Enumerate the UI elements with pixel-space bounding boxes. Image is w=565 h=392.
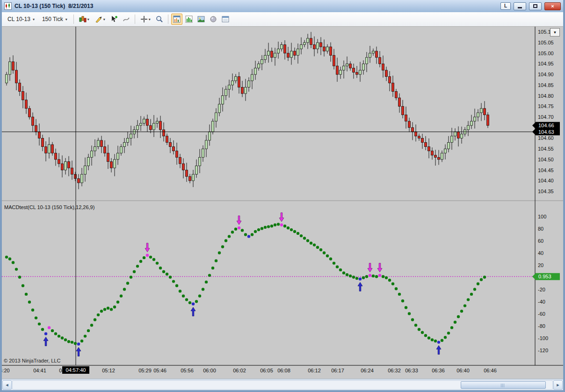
chart-panel-button[interactable] (171, 14, 182, 25)
chart-panel-icon (173, 15, 181, 23)
layout-button[interactable] (220, 14, 231, 25)
svg-text:-20: -20 (538, 287, 545, 292)
svg-text:20: 20 (538, 262, 543, 268)
svg-text:06:02: 06:02 (233, 368, 246, 373)
crosshair-icon (140, 15, 148, 23)
horizontal-scrollbar[interactable]: ◄ ► (2, 379, 563, 390)
svg-text:06:05: 06:05 (260, 368, 273, 373)
sell-arrow-icon (145, 243, 150, 252)
chevron-down-icon: ▾ (65, 17, 67, 22)
close-button[interactable]: × (544, 2, 561, 10)
scrollbar-grip-icon (501, 384, 505, 387)
svg-text:04:57:40: 04:57:40 (66, 367, 86, 373)
app-icon (4, 2, 12, 10)
buy-arrow-icon (358, 282, 362, 291)
svg-text:104.35: 104.35 (538, 189, 554, 194)
scrollbar-thumb[interactable] (461, 381, 546, 389)
pointer-plus-icon (110, 15, 118, 23)
toolbar: CL 10-13 ▾ 150 Tick ▾ ▾ ▾ (2, 12, 563, 27)
sell-arrow-icon (237, 216, 241, 225)
candlestick-series (6, 32, 489, 189)
svg-text:06:08: 06:08 (277, 368, 290, 373)
indicator-label: MACDtest(CL 10-13 (150 Tick),12,26,9) (4, 204, 94, 210)
svg-text:104.45: 104.45 (538, 167, 554, 173)
buy-arrow-icon (43, 337, 48, 346)
crosshair-mode-button[interactable]: ▾ (138, 14, 153, 25)
svg-text:105.05: 105.05 (538, 40, 554, 45)
pointer-mode-button[interactable] (109, 14, 120, 25)
chart-style-icon (79, 15, 87, 23)
instrument-selector[interactable]: CL 10-13 ▾ (4, 15, 38, 24)
buy-arrow-icon (436, 346, 441, 355)
sell-arrow-icon (368, 263, 372, 272)
svg-text:104.95: 104.95 (538, 61, 554, 66)
window-title: CL 10-13 (150 Tick) 8/21/2013 (14, 3, 93, 9)
svg-text:06:00: 06:00 (203, 368, 216, 373)
maximize-button[interactable] (529, 2, 542, 10)
chart-window: CL 10-13 (150 Tick) 8/21/2013 L × CL 10-… (0, 0, 565, 392)
drawing-tools-button[interactable]: ▾ (93, 14, 108, 25)
price-axis-labels: 105.10105.05105.00104.95104.90104.85104.… (538, 29, 554, 194)
toolbar-separator (135, 15, 135, 24)
interval-selector[interactable]: 150 Tick ▾ (39, 15, 71, 24)
svg-text:-120: -120 (538, 348, 548, 353)
svg-text:104.75: 104.75 (538, 103, 554, 109)
svg-text:104.66: 104.66 (538, 123, 554, 128)
svg-text:05:12: 05:12 (102, 368, 115, 373)
crosshair-time-badge: 04:57:40 (62, 366, 89, 374)
svg-text:MACDtest(CL 10-13 (150 Tick),1: MACDtest(CL 10-13 (150 Tick),12,26,9) (4, 204, 94, 210)
freehand-button[interactable] (121, 14, 132, 25)
bar-chart-button[interactable] (183, 14, 195, 25)
ask-price-badge: 104.66 (532, 122, 560, 129)
link-button[interactable]: L (500, 2, 511, 10)
sell-arrow-icon (377, 263, 382, 272)
green-bars-icon (185, 15, 193, 23)
scroll-left-button[interactable]: ◄ (2, 380, 12, 390)
last-price-badge: 104.63 (532, 128, 560, 135)
layout-icon (222, 15, 229, 23)
indicator-value-badge: 0.953 (532, 273, 560, 280)
svg-text:40: 40 (538, 250, 543, 256)
chevron-down-icon: ▾ (149, 17, 151, 22)
svg-text:06:33: 06:33 (405, 368, 418, 373)
svg-text:© 2013 NinjaTrader, LLC: © 2013 NinjaTrader, LLC (4, 358, 60, 363)
chart-region: 105.10105.05105.00104.95104.90104.85104.… (2, 27, 563, 379)
chart-canvas[interactable]: 105.10105.05105.00104.95104.90104.85104.… (2, 27, 563, 379)
svg-text:04:41: 04:41 (33, 368, 46, 373)
price-axis-dropdown-button[interactable]: ▼ (550, 28, 560, 36)
svg-text:06:12: 06:12 (308, 368, 321, 373)
snapshot-icon (197, 15, 205, 23)
global-link-button[interactable] (208, 14, 219, 25)
svg-text:05:29: 05:29 (138, 368, 152, 373)
zoom-button[interactable] (154, 14, 165, 25)
svg-text:-80: -80 (538, 323, 545, 329)
toolbar-separator (168, 15, 168, 24)
svg-text:80: 80 (538, 226, 543, 232)
svg-text:06:36: 06:36 (432, 368, 445, 373)
axis-frame (2, 27, 563, 365)
svg-text:06:40: 06:40 (456, 368, 470, 373)
sphere-icon (210, 15, 217, 23)
copyright-label: © 2013 NinjaTrader, LLC (4, 358, 60, 363)
pencil-icon (95, 15, 102, 23)
chevron-down-icon: ▾ (33, 17, 35, 22)
minimize-icon (518, 7, 522, 8)
titlebar[interactable]: CL 10-13 (150 Tick) 8/21/2013 L × (2, 0, 563, 12)
scrollbar-track[interactable] (12, 380, 553, 390)
svg-text:104.85: 104.85 (538, 82, 554, 88)
scroll-right-button[interactable]: ► (553, 380, 563, 390)
svg-text:104.80: 104.80 (538, 93, 554, 99)
chevron-down-icon: ▾ (87, 17, 89, 22)
svg-text:-40: -40 (538, 299, 545, 305)
minimize-button[interactable] (514, 2, 526, 10)
svg-text:-100: -100 (538, 335, 548, 341)
chart-style-button[interactable]: ▾ (77, 14, 92, 25)
svg-text:60: 60 (538, 238, 543, 244)
zoom-icon (156, 15, 163, 23)
svg-text:06:46: 06:46 (484, 368, 497, 373)
svg-text:0.953: 0.953 (538, 274, 551, 279)
svg-text:104.60: 104.60 (538, 135, 554, 141)
svg-text:104.40: 104.40 (538, 178, 554, 183)
snapshot-button[interactable] (196, 14, 207, 25)
freehand-icon (123, 15, 130, 23)
